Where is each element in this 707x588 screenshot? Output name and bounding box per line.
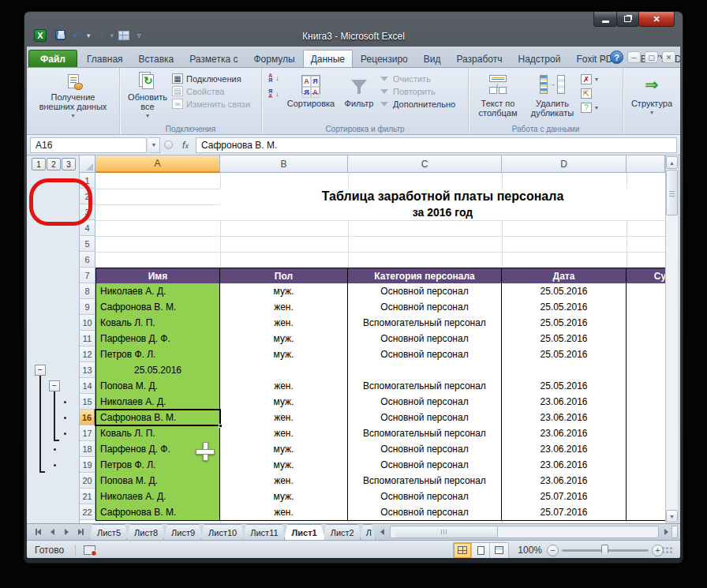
- workbook-close-icon[interactable]: ✕: [662, 51, 675, 63]
- row-header-16[interactable]: 16: [80, 410, 95, 425]
- outline-collapse-button-l2[interactable]: −: [49, 380, 60, 391]
- cell-A15[interactable]: Николаев А. Д.: [95, 394, 220, 410]
- outline-level-button-3[interactable]: 3: [62, 158, 76, 170]
- column-header-A[interactable]: A: [95, 155, 220, 173]
- sheet-tab-Лист5[interactable]: Лист5: [89, 524, 129, 540]
- workbook-restore-icon[interactable]: ▢: [645, 51, 658, 63]
- cell-A12[interactable]: Петров Ф. Л.: [95, 346, 220, 363]
- prev-sheet-icon[interactable]: [46, 526, 58, 538]
- remove-duplicates-button[interactable]: → Удалить дубликаты: [524, 70, 581, 122]
- cell-C12[interactable]: Основной персонал: [348, 346, 502, 363]
- next-sheet-icon[interactable]: [60, 526, 73, 538]
- cell-C22[interactable]: Основной персонал: [348, 504, 502, 521]
- table-header-Пол[interactable]: Пол: [220, 268, 348, 284]
- row-header-14[interactable]: 14: [80, 378, 95, 394]
- outline-collapse-button-l1[interactable]: −: [35, 365, 46, 376]
- text-to-columns-button[interactable]: ↓ Текст по столбцам: [472, 70, 524, 122]
- cell-D12[interactable]: 25.05.2016: [502, 346, 627, 363]
- zoom-out-icon[interactable]: −: [547, 545, 559, 556]
- macro-record-icon[interactable]: [84, 545, 95, 555]
- ribbon-item-Подключения[interactable]: ▦Подключения: [172, 73, 250, 84]
- column-header-partial[interactable]: [627, 155, 665, 173]
- row-header-15[interactable]: 15: [80, 394, 95, 410]
- cell-C19[interactable]: Основной персонал: [348, 457, 502, 474]
- help-icon[interactable]: ?: [610, 51, 623, 64]
- sheet-tab-Лист1[interactable]: Лист1: [284, 524, 325, 540]
- ribbon-tab-Данные[interactable]: Данные: [303, 50, 353, 67]
- sheet-tab-Л[interactable]: Л: [360, 524, 376, 540]
- cell-B13[interactable]: [220, 362, 348, 379]
- tab-split-handle[interactable]: [671, 526, 678, 538]
- sheet-tab-Лист10[interactable]: Лист10: [200, 524, 245, 540]
- cell-B12[interactable]: муж.: [220, 346, 348, 363]
- cell-D11[interactable]: 25.05.2016: [502, 331, 627, 347]
- cell-C18[interactable]: Основной персонал: [348, 441, 502, 458]
- cell-A17[interactable]: Коваль Л. П.: [95, 425, 220, 442]
- resize-grip[interactable]: [670, 547, 672, 553]
- outline-level-button-2[interactable]: 2: [47, 158, 61, 170]
- sheet-tab-Лист9[interactable]: Лист9: [163, 524, 203, 540]
- cell-B15[interactable]: муж.: [220, 394, 348, 410]
- filter-button[interactable]: Фильтр: [339, 70, 379, 122]
- minimize-button[interactable]: [593, 12, 617, 27]
- ribbon-tab-Надстрой[interactable]: Надстрой: [511, 50, 569, 67]
- cell-D16[interactable]: 23.06.2016: [502, 410, 627, 426]
- cell-C20[interactable]: Вспомогательный персонал: [348, 473, 502, 489]
- last-sheet-icon[interactable]: [74, 526, 87, 538]
- cell-C15[interactable]: Основной персонал: [348, 394, 502, 410]
- consolidate-icon[interactable]: ⇱: [581, 88, 598, 99]
- row-header-21[interactable]: 21: [80, 489, 95, 504]
- data-validation-icon[interactable]: ✗▾: [581, 74, 598, 84]
- vertical-scroll-thumb[interactable]: [666, 170, 678, 215]
- page-break-view-icon[interactable]: [490, 543, 508, 558]
- cell-D22[interactable]: 25.07.2016: [502, 504, 627, 521]
- outline-structure-button[interactable]: ⇒ Структура ▾: [627, 70, 677, 122]
- cell-B21[interactable]: муж.: [220, 489, 348, 505]
- scroll-right-icon[interactable]: [660, 524, 671, 540]
- row-header-7[interactable]: 7: [80, 268, 95, 283]
- ribbon-tab-Рецензиро[interactable]: Рецензиро: [353, 50, 416, 67]
- row-header-19[interactable]: 19: [80, 457, 95, 473]
- ribbon-tab-Разметка с[interactable]: Разметка с: [181, 50, 245, 67]
- cell-B17[interactable]: жен.: [220, 425, 348, 442]
- normal-view-icon[interactable]: [454, 543, 472, 558]
- cell-B8[interactable]: муж.: [220, 283, 348, 300]
- table-header-Категория персонала[interactable]: Категория персонала: [348, 268, 502, 284]
- cell-D18[interactable]: 23.06.2016: [502, 441, 627, 458]
- cell-B14[interactable]: жен.: [220, 378, 348, 395]
- row-header-17[interactable]: 17: [80, 425, 95, 441]
- cell-A20[interactable]: Попова М. Д.: [95, 473, 220, 489]
- cell-C14[interactable]: Вспомогательный персонал: [348, 378, 502, 395]
- cell-D14[interactable]: 25.05.2016: [502, 378, 627, 395]
- column-header-D[interactable]: D: [502, 155, 627, 173]
- cell-D10[interactable]: 25.05.2016: [502, 315, 627, 331]
- cell-B11[interactable]: муж.: [220, 331, 348, 347]
- ribbon-item-Дополнительно[interactable]: Дополнительно: [379, 99, 455, 109]
- select-all-corner[interactable]: [80, 155, 95, 173]
- cell-B20[interactable]: жен.: [220, 473, 348, 489]
- sort-az-button[interactable]: АЯ↓: [268, 73, 279, 83]
- cell-D13[interactable]: [502, 362, 627, 379]
- cell-A8[interactable]: Николаев А. Д.: [95, 283, 220, 300]
- sheet-tab-Лист8[interactable]: Лист8: [126, 524, 166, 540]
- name-box[interactable]: A16: [30, 137, 147, 153]
- cell-A11[interactable]: Парфенов Д. Ф.: [95, 331, 220, 347]
- cell-B19[interactable]: муж.: [220, 457, 348, 474]
- cell-D17[interactable]: 23.06.2016: [502, 425, 627, 442]
- cell-C9[interactable]: Основной персонал: [348, 299, 502, 316]
- sort-za-button[interactable]: ЯА↓: [268, 89, 279, 99]
- sheet-tab-Лист11[interactable]: Лист11: [242, 524, 286, 540]
- what-if-analysis-icon[interactable]: ?▾: [581, 103, 598, 113]
- cell-A14[interactable]: Попова М. Д.: [95, 378, 220, 395]
- outline-level-button-1[interactable]: 1: [32, 158, 46, 170]
- row-header-18[interactable]: 18: [80, 441, 95, 457]
- fill-handle[interactable]: [219, 424, 223, 428]
- column-header-C[interactable]: C: [348, 155, 502, 173]
- row-header-12[interactable]: 12: [80, 346, 95, 362]
- restore-button[interactable]: [616, 12, 639, 27]
- column-header-B[interactable]: B: [220, 155, 348, 173]
- row-header-6[interactable]: 6: [80, 252, 95, 268]
- sort-button[interactable]: АЯЯА Сортировка: [282, 70, 339, 122]
- row-header-5[interactable]: 5: [80, 236, 95, 252]
- ribbon-tab-Файл[interactable]: Файл: [28, 50, 77, 67]
